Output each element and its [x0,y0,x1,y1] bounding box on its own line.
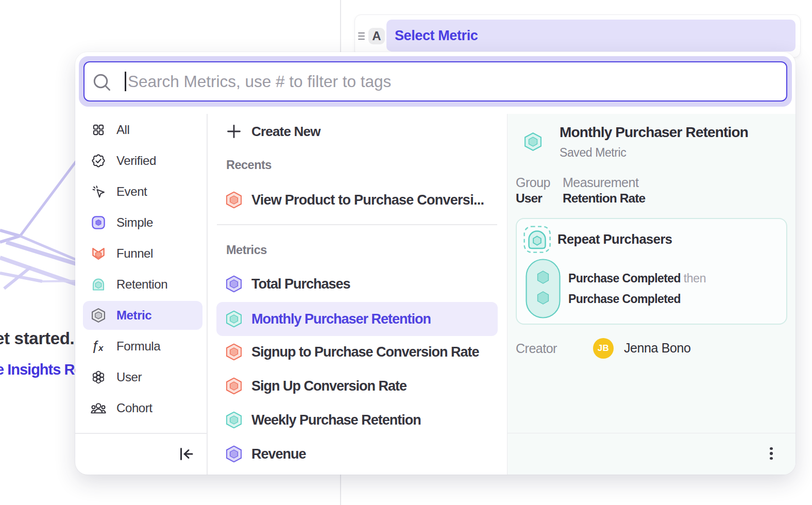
svg-text:x: x [98,343,104,353]
svg-text:ƒ: ƒ [91,340,99,353]
